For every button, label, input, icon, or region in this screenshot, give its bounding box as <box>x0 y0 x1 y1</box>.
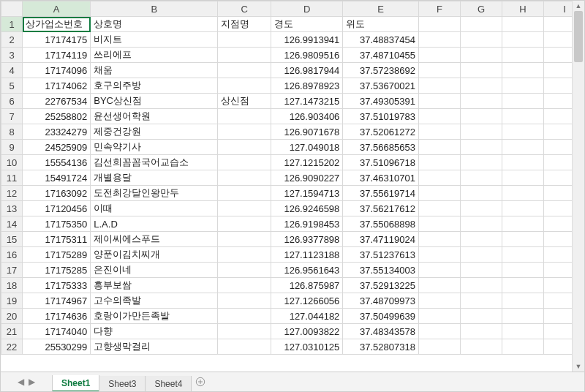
cell[interactable]: 126.9377898 <box>271 232 342 247</box>
cell[interactable]: 17175333 <box>23 278 91 293</box>
row-header[interactable]: 11 <box>1 170 23 186</box>
cell[interactable] <box>502 201 543 216</box>
cell[interactable]: 상호명 <box>91 17 218 32</box>
cell[interactable]: 개별용달 <box>91 170 218 186</box>
cell[interactable] <box>218 263 271 278</box>
cell[interactable] <box>218 232 271 247</box>
cell[interactable]: 127.044182 <box>271 309 342 324</box>
cell[interactable] <box>418 278 460 293</box>
col-header-H[interactable]: H <box>502 1 543 17</box>
cell[interactable]: 제이씨에스푸드 <box>91 232 218 247</box>
scroll-thumb[interactable] <box>574 11 583 62</box>
cell[interactable] <box>460 48 502 63</box>
cell[interactable] <box>418 32 460 48</box>
cell[interactable] <box>460 32 502 48</box>
cell[interactable] <box>502 124 543 140</box>
cell[interactable] <box>218 293 271 309</box>
sheet-tab[interactable]: Sheet1 <box>52 375 99 392</box>
col-header-G[interactable]: G <box>460 1 502 17</box>
cell[interactable]: 37.55619714 <box>343 186 419 201</box>
cell[interactable]: 민속약기사 <box>91 140 218 155</box>
cell[interactable]: 37.55068898 <box>343 216 419 232</box>
cell[interactable]: 고향생막걸리 <box>91 339 218 355</box>
cell[interactable] <box>218 63 271 78</box>
col-header-F[interactable]: F <box>418 1 460 17</box>
cell[interactable] <box>218 140 271 155</box>
cell[interactable] <box>502 216 543 232</box>
cell[interactable] <box>502 63 543 78</box>
cell[interactable]: 24525909 <box>23 140 91 155</box>
row-header[interactable]: 18 <box>1 278 23 293</box>
cell[interactable] <box>460 94 502 109</box>
cell[interactable] <box>502 232 543 247</box>
cell[interactable] <box>502 109 543 124</box>
cell[interactable] <box>418 124 460 140</box>
cell[interactable]: 17174175 <box>23 32 91 48</box>
cell[interactable]: 127.1266056 <box>271 293 342 309</box>
cell[interactable] <box>418 324 460 339</box>
cell[interactable]: 126.9071678 <box>271 124 342 140</box>
cell[interactable] <box>502 186 543 201</box>
cell[interactable]: 윤선생어학원 <box>91 109 218 124</box>
cell[interactable]: L.A.D <box>91 216 218 232</box>
cell[interactable] <box>460 247 502 263</box>
cell[interactable]: 상가업소번호 <box>23 17 91 32</box>
add-sheet-button[interactable] <box>191 372 210 391</box>
cell[interactable]: 37.48837454 <box>343 32 419 48</box>
cell[interactable]: 23324279 <box>23 124 91 140</box>
cell[interactable]: 고수의족발 <box>91 293 218 309</box>
cell[interactable] <box>418 232 460 247</box>
row-header[interactable]: 17 <box>1 263 23 278</box>
cell[interactable]: 15491724 <box>23 170 91 186</box>
cell[interactable]: 17175289 <box>23 247 91 263</box>
cell[interactable]: 37.56685653 <box>343 140 419 155</box>
row-header[interactable]: 19 <box>1 293 23 309</box>
row-header[interactable]: 14 <box>1 216 23 232</box>
cell[interactable] <box>502 17 543 32</box>
cell[interactable]: 호구의주방 <box>91 78 218 94</box>
cell[interactable]: 채움 <box>91 63 218 78</box>
sheet-nav-prev-icon[interactable]: ◀ <box>18 377 24 387</box>
cell[interactable] <box>502 309 543 324</box>
cell[interactable]: 126.875987 <box>271 278 342 293</box>
cell[interactable]: 126.9198453 <box>271 216 342 232</box>
cell[interactable]: 17175311 <box>23 232 91 247</box>
row-header[interactable]: 20 <box>1 309 23 324</box>
cell[interactable] <box>418 17 460 32</box>
cell[interactable]: 37.53670021 <box>343 78 419 94</box>
cell[interactable] <box>418 186 460 201</box>
cell[interactable] <box>460 140 502 155</box>
cell[interactable] <box>218 124 271 140</box>
cell[interactable] <box>502 78 543 94</box>
cell[interactable]: 17174040 <box>23 324 91 339</box>
cell[interactable]: 37.48343578 <box>343 324 419 339</box>
cell[interactable]: BYC상신점 <box>91 94 218 109</box>
row-header[interactable]: 16 <box>1 247 23 263</box>
row-header[interactable]: 10 <box>1 155 23 170</box>
cell[interactable]: 22767534 <box>23 94 91 109</box>
cell[interactable] <box>218 309 271 324</box>
cell[interactable]: 은진이네 <box>91 263 218 278</box>
cell[interactable]: 17120456 <box>23 201 91 216</box>
cell[interactable] <box>218 216 271 232</box>
cell[interactable] <box>502 293 543 309</box>
cell[interactable] <box>418 109 460 124</box>
cell[interactable]: 양푼이김치찌개 <box>91 247 218 263</box>
cell[interactable] <box>418 339 460 355</box>
col-header-D[interactable]: D <box>271 1 342 17</box>
cell[interactable]: 위도 <box>343 17 419 32</box>
cell[interactable]: 비지트 <box>91 32 218 48</box>
cell[interactable] <box>218 247 271 263</box>
cell[interactable]: 127.049018 <box>271 140 342 155</box>
vertical-scrollbar[interactable]: ▲ ▼ <box>572 1 584 372</box>
cell[interactable] <box>218 48 271 63</box>
cell[interactable] <box>460 232 502 247</box>
scroll-up-arrow[interactable]: ▲ <box>573 1 584 11</box>
cell[interactable]: 상신점 <box>218 94 271 109</box>
cell[interactable]: 25258802 <box>23 109 91 124</box>
cell[interactable] <box>218 155 271 170</box>
cell[interactable] <box>418 78 460 94</box>
cell[interactable] <box>218 339 271 355</box>
cell[interactable]: 37.51096718 <box>343 155 419 170</box>
cell[interactable]: 17174119 <box>23 48 91 63</box>
